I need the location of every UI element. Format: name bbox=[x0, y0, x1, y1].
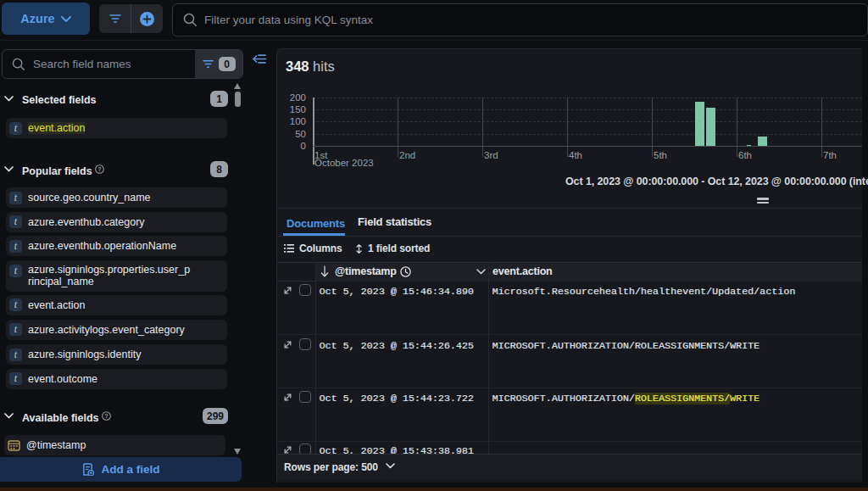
svg-text:?: ? bbox=[97, 165, 102, 173]
svg-text:?: ? bbox=[104, 412, 108, 420]
